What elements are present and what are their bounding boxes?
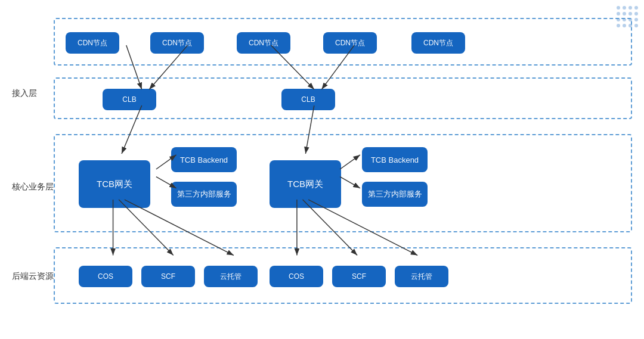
cloud-mgr-left-node: 云托管 (204, 266, 258, 287)
third-party-left: 第三方内部服务 (171, 182, 237, 207)
label-access-layer: 接入层 (12, 88, 37, 99)
tcb-gateway-right: TCB网关 (270, 160, 341, 208)
svg-point-0 (617, 6, 620, 10)
main-container: 接入层 核心业务层 后端云资源 CDN节点 CDN节点 CDN节点 CDN节点 … (0, 0, 644, 339)
diagram-area: CDN节点 CDN节点 CDN节点 CDN节点 CDN节点 CLB CLB (48, 12, 638, 327)
svg-point-3 (634, 6, 638, 10)
clb-right-node: CLB (281, 89, 335, 110)
cdn-node-1: CDN节点 (66, 32, 119, 54)
cdn-node-4: CDN节点 (323, 32, 377, 54)
cdn-node-5: CDN节点 (411, 32, 465, 54)
cdn-node-2: CDN节点 (150, 32, 204, 54)
scf-left-node: SCF (141, 266, 195, 287)
svg-point-1 (623, 6, 626, 10)
svg-point-2 (628, 6, 632, 10)
cdn-node-3: CDN节点 (237, 32, 290, 54)
tcb-backend-right: TCB Backend (362, 147, 428, 172)
backend-row-box: COS SCF 云托管 COS SCF 云托管 (54, 247, 632, 304)
clb-left-node: CLB (103, 89, 156, 110)
cdn-row-box: CDN节点 CDN节点 CDN节点 CDN节点 CDN节点 (54, 18, 632, 66)
cloud-mgr-right-node: 云托管 (395, 266, 448, 287)
cos-right-node: COS (270, 266, 323, 287)
core-row-box: TCB网关 TCB Backend 第三方内部服务 TCB网关 TCB Back… (54, 134, 632, 232)
tcb-gateway-left: TCB网关 (79, 160, 150, 208)
clb-row-box: CLB CLB (54, 77, 632, 119)
scf-right-node: SCF (332, 266, 386, 287)
tcb-backend-left: TCB Backend (171, 147, 237, 172)
cos-left-node: COS (79, 266, 132, 287)
third-party-right: 第三方内部服务 (362, 182, 428, 207)
